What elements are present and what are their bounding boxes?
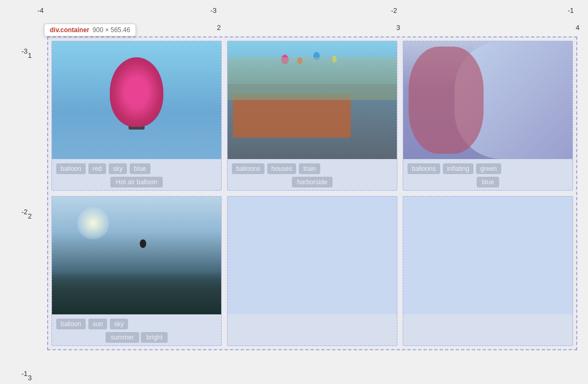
balloon-silhouette	[140, 239, 146, 248]
card-image-empty-5	[228, 197, 397, 314]
col-label-3: 3	[396, 24, 400, 32]
card-title-1: Hot air balloon	[52, 176, 221, 190]
card-tags-3: balloons inflating green	[403, 159, 572, 176]
card-title-4: summer bright	[52, 332, 221, 345]
card-title-3: blue	[403, 176, 572, 190]
card-image-harborside	[228, 41, 397, 159]
tag-inflating: inflating	[443, 163, 473, 174]
col-label-neg4: -4	[37, 6, 44, 14]
card-image-balloon1	[52, 41, 221, 159]
tag-balloons-3: balloons	[408, 163, 440, 174]
col-label-neg2: -2	[391, 6, 397, 14]
card-tags-1: balloon red sky blue	[52, 159, 221, 176]
row-label-neg1: -1	[21, 370, 28, 378]
card-image-empty-6	[403, 197, 572, 314]
tag-balloon: balloon	[56, 163, 86, 174]
tag-sky: sky	[109, 163, 127, 174]
image-grid: balloon red sky blue Hot air balloon	[47, 36, 577, 350]
card-tags-6	[403, 314, 572, 321]
tag-sky-4: sky	[110, 319, 128, 329]
tag-blue: blue	[130, 163, 150, 174]
card-empty-5	[227, 196, 397, 346]
element-tooltip: div.container 900 × 565.46	[44, 24, 136, 36]
card-title-text-1: Hot air balloon	[110, 177, 162, 187]
col-label-neg1: -1	[568, 6, 574, 14]
card-title-text-3: blue	[477, 177, 500, 187]
card-title-text-2: harborside	[292, 177, 333, 187]
card-empty-6	[403, 196, 573, 346]
tag-houses: houses	[267, 163, 297, 174]
tag-sun: sun	[88, 319, 107, 329]
tag-train: train	[299, 163, 320, 174]
row-label-1: 1	[28, 51, 32, 59]
row-label-2: 2	[28, 212, 32, 220]
col-label-neg3: -3	[210, 6, 217, 14]
col-label-4: 4	[576, 24, 579, 32]
tag-red: red	[88, 163, 106, 174]
main-container: balloon red sky blue Hot air balloon	[47, 36, 577, 350]
card-title-2: harborside	[228, 176, 397, 190]
tag-green: green	[476, 163, 501, 174]
row-label-neg2: -2	[21, 208, 28, 216]
card-tags-5	[228, 314, 397, 321]
tooltip-class-name: div.container	[50, 26, 89, 34]
col-label-2: 2	[217, 24, 221, 32]
row-label-neg3: -3	[21, 47, 28, 55]
card-harborside: balloons houses train harborside	[227, 41, 397, 191]
tooltip-dimensions: 900 × 565.46	[93, 26, 130, 34]
card-image-inflating	[403, 41, 572, 159]
tree-silhouette	[52, 272, 221, 314]
tag-balloon-4: balloon	[56, 319, 86, 329]
tag-balloons-2: balloons	[232, 163, 265, 174]
tag-summer: summer	[105, 332, 139, 343]
card-tags-4: balloon sun sky	[52, 314, 221, 332]
card-inflating: balloons inflating green blue	[403, 41, 573, 191]
tag-bright: bright	[141, 332, 168, 343]
sun-glow	[77, 207, 109, 239]
card-sun: balloon sun sky summer bright	[51, 196, 222, 346]
card-balloon1: balloon red sky blue Hot air balloon	[51, 41, 222, 191]
row-label-3: 3	[28, 374, 32, 382]
card-image-sun	[52, 197, 221, 314]
card-tags-2: balloons houses train	[228, 159, 397, 176]
